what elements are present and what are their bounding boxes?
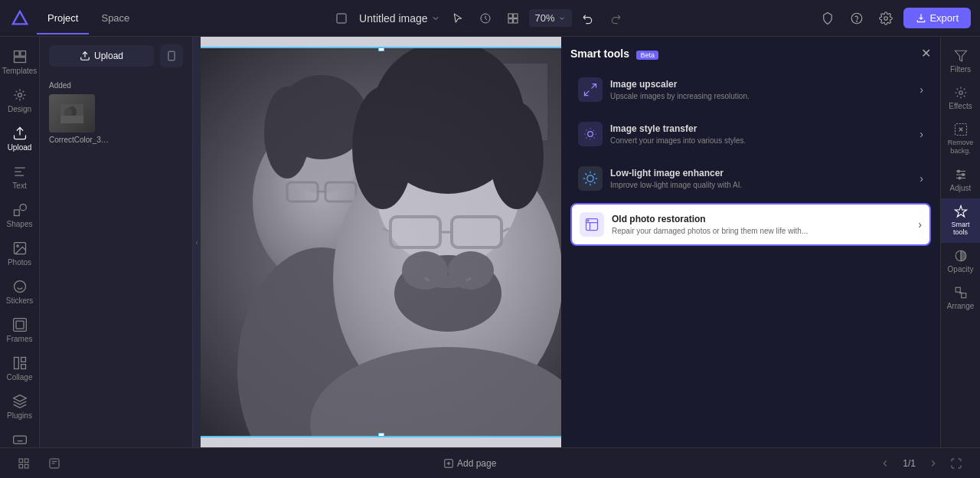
add-page-button[interactable]: Add page	[443, 458, 496, 469]
svg-rect-1	[337, 14, 346, 23]
right-sidebar-item-arrange[interactable]: Arrange	[941, 280, 980, 316]
svg-point-7	[852, 13, 863, 24]
svg-rect-4	[513, 14, 517, 18]
sidebar-item-design[interactable]: Design	[0, 81, 39, 120]
svg-point-19	[14, 281, 25, 293]
canvas-image[interactable]: ↺	[201, 47, 561, 437]
add-page-label: Add page	[457, 458, 496, 469]
lowlight-desc: Improve low-light image quality with AI.	[610, 180, 912, 190]
right-sidebar-item-remove-bg[interactable]: Remove backg.	[941, 116, 980, 162]
zoom-control[interactable]: 70%	[529, 9, 572, 27]
notes-btn[interactable]	[43, 452, 66, 475]
handle-top-mid[interactable]	[378, 47, 384, 51]
sidebar-item-stickers[interactable]: Stickers	[0, 273, 39, 311]
upload-button[interactable]: Upload	[49, 45, 154, 67]
svg-rect-84	[19, 459, 23, 463]
smart-tools-close-btn[interactable]: ✕	[921, 46, 931, 61]
svg-point-68	[588, 132, 593, 137]
sidebar-label-text: Text	[12, 182, 26, 190]
left-sidebar: Templates Design Upload Text Shapes Phot…	[0, 37, 40, 447]
beta-badge: Beta	[636, 51, 658, 60]
sidebar-item-frames[interactable]: Frames	[0, 311, 39, 349]
handle-bot-mid[interactable]	[378, 433, 384, 437]
view-options-btn[interactable]	[501, 7, 524, 30]
tool-item-upscaler[interactable]: Image upscaler Upscale images by increas…	[570, 70, 931, 110]
sidebar-item-text[interactable]: Text	[0, 158, 39, 196]
smart-tools-title-area: Smart tools Beta	[570, 47, 658, 61]
smart-tools-title: Smart tools	[570, 47, 629, 60]
settings-icon[interactable]	[874, 7, 897, 30]
svg-point-18	[16, 245, 18, 247]
redo-btn[interactable]	[604, 7, 627, 30]
shield-icon[interactable]	[816, 7, 839, 30]
lowlight-name: Low-light image enhancer	[610, 168, 912, 178]
next-page-btn[interactable]	[922, 452, 945, 475]
sidebar-item-plugins[interactable]: Plugins	[0, 388, 39, 426]
right-sidebar-item-opacity[interactable]: Opacity	[941, 243, 980, 280]
right-sidebar-item-filters[interactable]: Filters	[941, 43, 980, 80]
right-sidebar-item-adjust[interactable]: Adjust	[941, 162, 980, 198]
prev-page-btn[interactable]	[874, 452, 897, 475]
sidebar-item-photos[interactable]: Photos	[0, 234, 39, 273]
select-tool-btn[interactable]	[446, 7, 469, 30]
export-button[interactable]: Export	[903, 8, 971, 28]
topbar-right: Export	[816, 7, 971, 30]
right-sidebar-label-opacity: Opacity	[948, 265, 974, 273]
upscaler-arrow: ›	[920, 83, 923, 96]
history-btn[interactable]	[474, 7, 497, 30]
right-sidebar-item-effects[interactable]: Effects	[941, 80, 980, 116]
topbar-center: Untitled image 70%	[140, 7, 816, 30]
upscaler-icon	[578, 77, 603, 102]
right-sidebar-item-smart-tools[interactable]: Smart tools	[941, 198, 980, 244]
page-navigation: 1/1	[874, 452, 945, 475]
tool-item-lowlight[interactable]: Low-light image enhancer Improve low-lig…	[570, 159, 931, 198]
sidebar-item-shapes[interactable]: Shapes	[0, 196, 39, 234]
svg-point-71	[587, 220, 589, 221]
bottom-right	[945, 452, 968, 475]
fullscreen-btn[interactable]	[945, 452, 968, 475]
zoom-value: 70%	[535, 12, 555, 24]
tab-space[interactable]: Space	[90, 8, 140, 28]
main-layout: Templates Design Upload Text Shapes Phot…	[0, 37, 980, 447]
svg-rect-34	[60, 116, 83, 123]
sidebar-label-photos: Photos	[8, 258, 31, 267]
svg-rect-6	[513, 18, 517, 22]
thumbnail-label: CorrectColor_3_202...	[49, 136, 110, 144]
upscaler-info: Image upscaler Upscale images by increas…	[610, 79, 912, 101]
svg-rect-10	[14, 51, 19, 57]
sidebar-item-templates[interactable]: Templates	[0, 43, 39, 81]
sidebar-label-upload: Upload	[8, 143, 32, 152]
tool-item-style-transfer[interactable]: Image style transfer Convert your images…	[570, 114, 931, 154]
canvas-area: Page 1 ··· ⛶ ···	[201, 37, 561, 447]
sidebar-item-keyboard[interactable]	[0, 426, 39, 447]
grid-view-btn[interactable]	[12, 452, 35, 475]
sidebar-label-templates: Templates	[2, 67, 38, 75]
sidebar-label-shapes: Shapes	[7, 220, 33, 228]
bottombar: Add page 1/1	[0, 447, 980, 478]
collapse-handle[interactable]: ‹	[193, 37, 201, 447]
canvas-frame[interactable]: ↺	[201, 47, 561, 437]
export-label: Export	[929, 12, 959, 24]
added-label: Added	[49, 81, 183, 90]
tab-project[interactable]: Project	[37, 8, 89, 28]
lowlight-arrow: ›	[920, 172, 923, 185]
sidebar-label-collage: Collage	[7, 373, 33, 381]
sidebar-item-collage[interactable]: Collage	[0, 349, 39, 388]
help-icon[interactable]	[845, 7, 868, 30]
restoration-info: Old photo restoration Repair your damage…	[612, 214, 910, 236]
undo-btn[interactable]	[577, 7, 599, 30]
svg-point-16	[20, 205, 26, 211]
svg-rect-67	[201, 48, 561, 437]
svg-rect-23	[16, 321, 24, 329]
right-sidebar-label-effects: Effects	[949, 102, 972, 110]
right-sidebar-label-filters: Filters	[950, 65, 971, 74]
thumbnail-preview	[49, 94, 95, 133]
tool-item-restoration[interactable]: Old photo restoration Repair your damage…	[570, 203, 931, 246]
thumbnail-image[interactable]	[49, 94, 95, 133]
sidebar-label-plugins: Plugins	[7, 411, 32, 420]
sidebar-item-upload[interactable]: Upload	[0, 120, 39, 158]
svg-point-9	[884, 16, 888, 20]
filename-display[interactable]: Untitled image	[359, 12, 440, 25]
device-button[interactable]	[160, 44, 183, 67]
app-logo[interactable]	[9, 8, 31, 29]
